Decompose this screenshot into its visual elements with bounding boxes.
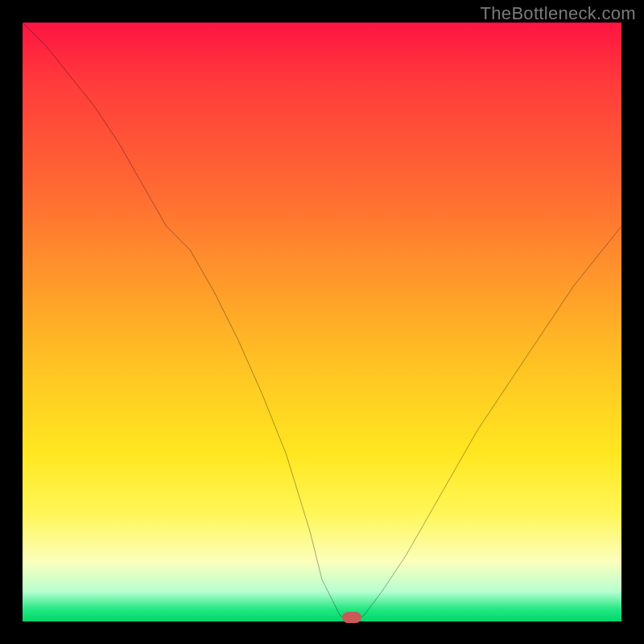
chart-frame: TheBottleneck.com xyxy=(0,0,644,644)
optimum-marker xyxy=(342,612,361,623)
bottleneck-curve xyxy=(23,23,621,621)
curve-path xyxy=(23,23,621,621)
plot-area xyxy=(23,23,621,621)
watermark-text: TheBottleneck.com xyxy=(481,3,636,24)
